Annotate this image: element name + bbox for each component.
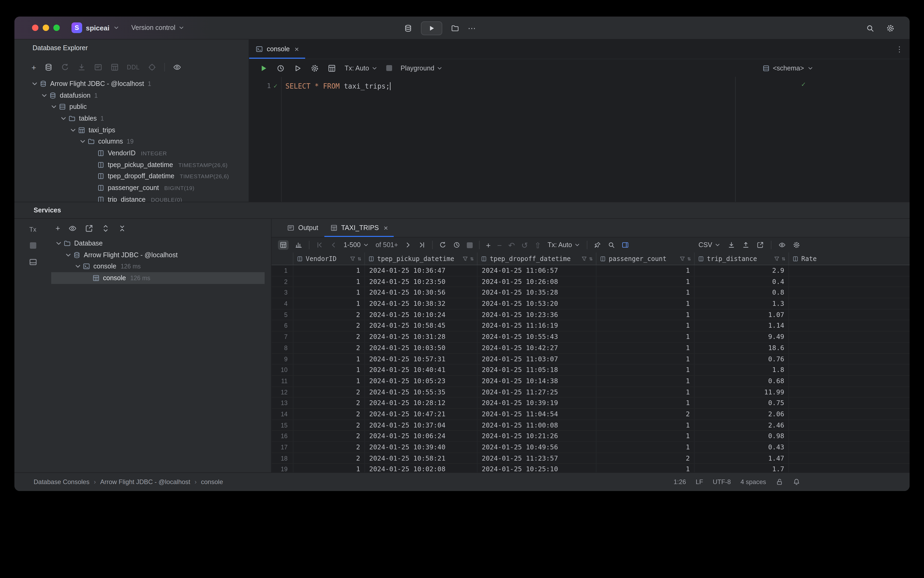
close-tab-icon[interactable]: × (384, 224, 388, 232)
table-cell[interactable]: 2024-01-25 11:03:07 (477, 354, 597, 364)
table-cell[interactable]: 2 (293, 398, 365, 408)
table-row[interactable]: 412024-01-25 10:38:322024-01-25 10:53:20… (272, 298, 909, 309)
bottom-panel-icon[interactable] (29, 258, 37, 266)
table-cell[interactable] (789, 431, 909, 442)
table-cell[interactable] (789, 442, 909, 452)
chevron-down-icon[interactable] (59, 115, 68, 122)
table-cell[interactable]: 2024-01-25 10:14:38 (477, 376, 597, 386)
table-cell[interactable]: 1 (293, 287, 365, 298)
column-header-trip-distance[interactable]: trip_distance⇅ (695, 252, 789, 265)
version-control-widget[interactable]: Version control (131, 24, 184, 31)
table-cell[interactable]: 1 (597, 343, 695, 353)
table-cell[interactable]: 2024-01-25 10:55:35 (365, 386, 477, 397)
table-cell[interactable]: 2024-01-25 10:03:50 (365, 343, 477, 353)
column-header-tpep-pickup-datetime[interactable]: tpep_pickup_datetime⇅ (365, 252, 477, 265)
table-cell[interactable]: 1 (597, 331, 695, 342)
table-cell[interactable]: 1 (597, 310, 695, 320)
add-row-button[interactable]: + (486, 241, 491, 249)
table-row[interactable]: 1722024-01-25 10:39:402024-01-25 10:49:5… (272, 442, 909, 453)
table-row[interactable]: 1912024-01-25 10:02:082024-01-25 10:25:1… (272, 464, 909, 472)
chart-view-icon[interactable] (295, 241, 303, 249)
table-cell[interactable]: 2 (293, 431, 365, 442)
table-cell[interactable]: 2024-01-25 10:42:27 (477, 343, 597, 353)
table-cell[interactable] (789, 409, 909, 419)
table-cell[interactable]: 2 (293, 453, 365, 463)
caret-position[interactable]: 1:26 (674, 478, 686, 485)
table-cell[interactable]: 2024-01-25 11:00:08 (477, 420, 597, 430)
console-settings-icon[interactable] (311, 64, 319, 72)
expand-all-icon[interactable] (101, 224, 110, 232)
table-row[interactable]: 1012024-01-25 10:40:412024-01-25 11:05:1… (272, 365, 909, 375)
more-tabs-icon[interactable]: ⋮ (896, 45, 903, 54)
table-row[interactable]: 1112024-01-25 10:05:232024-01-25 10:14:3… (272, 376, 909, 386)
view-options-icon[interactable] (68, 224, 77, 232)
table-row[interactable]: 312024-01-25 10:30:562024-01-25 10:35:28… (272, 287, 909, 298)
tab-console[interactable]: console × (249, 39, 305, 59)
table-cell[interactable] (789, 376, 909, 386)
previous-page-icon[interactable] (330, 241, 337, 249)
db-tree-item-columns[interactable]: columns19 (15, 136, 249, 147)
refresh-icon[interactable] (61, 63, 69, 71)
table-cell[interactable]: 2024-01-25 10:28:12 (365, 398, 477, 408)
filter-icon[interactable] (774, 255, 780, 262)
column-header-tpep-dropoff-datetime[interactable]: tpep_dropoff_datetime⇅ (477, 252, 597, 265)
table-cell[interactable]: 2024-01-25 10:36:47 (365, 265, 477, 276)
table-cell[interactable]: 2024-01-25 10:26:08 (477, 276, 597, 287)
table-cell[interactable]: 2024-01-25 11:16:19 (477, 320, 597, 331)
table-cell[interactable]: 2024-01-25 10:55:43 (477, 331, 597, 342)
table-cell[interactable]: 1 (293, 265, 365, 276)
chevron-down-icon[interactable] (64, 251, 73, 258)
settings-icon[interactable] (886, 24, 895, 32)
table-editor-icon[interactable] (110, 63, 119, 71)
table-cell[interactable] (789, 287, 909, 298)
table-cell[interactable]: 1 (597, 398, 695, 408)
auto-refresh-icon[interactable] (453, 241, 460, 249)
table-cell[interactable]: 1 (293, 464, 365, 472)
more-actions-icon[interactable]: ⋯ (468, 24, 476, 32)
tab-taxi-trips[interactable]: TAXI_TRIPS × (324, 219, 394, 237)
ddl-button[interactable]: DDL (127, 64, 140, 70)
table-cell[interactable]: 1 (597, 386, 695, 397)
inspections-status-icon[interactable]: ✓ (801, 80, 806, 88)
chevron-down-icon[interactable] (40, 91, 49, 99)
table-cell[interactable] (789, 331, 909, 342)
tx-mode-select[interactable]: Tx: Auto (548, 241, 581, 249)
playground-select[interactable]: Playground (400, 64, 443, 72)
table-cell[interactable]: 2 (293, 310, 365, 320)
project-folder-icon[interactable] (451, 24, 459, 32)
result-grid-icon[interactable] (327, 64, 336, 72)
breadcrumb-item[interactable]: Arrow Flight JDBC - @localhost (100, 478, 190, 485)
table-cell[interactable]: 0.43 (695, 442, 789, 452)
revert-icon[interactable]: ↶ (508, 241, 515, 249)
table-cell[interactable]: 2.9 (695, 265, 789, 276)
table-cell[interactable]: 2024-01-25 10:39:19 (477, 398, 597, 408)
database-explorer-header[interactable]: Database Explorer (15, 39, 249, 57)
table-cell[interactable]: 2024-01-25 10:25:10 (477, 464, 597, 472)
view-options-icon[interactable] (173, 63, 181, 71)
database-tool-icon[interactable] (404, 24, 412, 32)
table-cell[interactable]: 2024-01-25 10:58:45 (365, 320, 477, 331)
table-cell[interactable]: 2024-01-25 10:35:28 (477, 287, 597, 298)
table-row[interactable]: 822024-01-25 10:03:502024-01-25 10:42:27… (272, 343, 909, 354)
side-panel-icon[interactable] (621, 241, 629, 249)
table-cell[interactable]: 9.49 (695, 331, 789, 342)
table-cell[interactable]: 2024-01-25 10:23:50 (365, 276, 477, 287)
table-row[interactable]: 212024-01-25 10:23:502024-01-25 10:26:08… (272, 276, 909, 287)
filter-icon[interactable] (581, 255, 588, 262)
db-tree-item-datafusion[interactable]: datafusion1 (15, 89, 249, 101)
table-cell[interactable] (789, 265, 909, 276)
page-range-select[interactable]: 1-500 (344, 241, 369, 249)
table-cell[interactable]: 2024-01-25 10:30:56 (365, 287, 477, 298)
table-cell[interactable]: 2024-01-25 10:23:36 (477, 310, 597, 320)
tab-output[interactable]: Output (281, 219, 324, 237)
submit-icon[interactable]: ⇧ (534, 241, 541, 249)
table-cell[interactable]: 1 (597, 431, 695, 442)
table-row[interactable]: 1822024-01-25 10:58:212024-01-25 11:23:5… (272, 453, 909, 464)
table-cell[interactable] (789, 453, 909, 463)
close-tab-icon[interactable]: × (295, 45, 299, 53)
table-cell[interactable]: 0.8 (695, 287, 789, 298)
db-tree-item-tpep-dropoff-datetime[interactable]: tpep_dropoff_datetimeTIMESTAMP(26,6) (15, 170, 249, 182)
indent-style[interactable]: 4 spaces (741, 478, 766, 485)
grid-settings-icon[interactable] (793, 241, 800, 249)
services-tree-item-console[interactable]: console126 ms (51, 261, 264, 272)
